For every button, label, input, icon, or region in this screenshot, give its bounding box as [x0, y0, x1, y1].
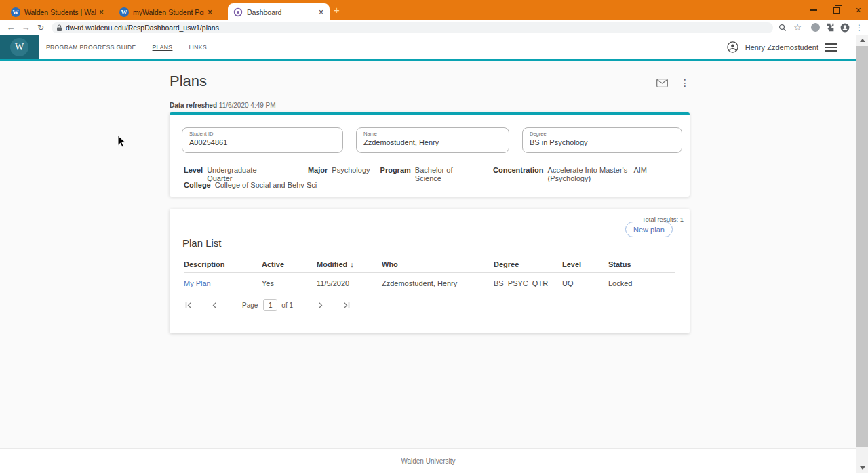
plan-list-heading: Plan List	[182, 237, 222, 249]
plan-table: Description Active Modified↓ Who Degree …	[184, 256, 675, 293]
col-level[interactable]: Level	[562, 260, 608, 268]
data-refreshed-label: Data refreshed	[170, 102, 217, 109]
major-value: Psychology	[332, 166, 370, 174]
user-name: Henry Zzdemostudent	[745, 43, 818, 52]
col-modified[interactable]: Modified↓	[317, 260, 382, 268]
scrollbar-thumb[interactable]	[856, 46, 868, 447]
tab-title: Dashboard	[247, 8, 315, 16]
student-degree-label: Degree	[530, 131, 675, 137]
walden-logo[interactable]: W	[0, 35, 39, 59]
college-label: College	[184, 181, 211, 189]
data-refreshed-value: 11/6/2020 4:49 PM	[219, 102, 276, 109]
dashboard-favicon-icon	[233, 7, 243, 17]
forward-icon[interactable]: →	[20, 20, 31, 35]
scrollbar-down-icon[interactable]	[856, 463, 868, 473]
window-minimize-button[interactable]	[810, 9, 817, 11]
first-page-icon[interactable]	[185, 302, 193, 309]
plan-degree-cell: BS_PSYC_QTR	[494, 279, 562, 287]
back-icon[interactable]: ←	[5, 20, 16, 35]
nav-item-links[interactable]: LINKS	[189, 44, 207, 51]
major-label: Major	[308, 166, 328, 174]
walden-favicon-icon: W	[11, 7, 20, 17]
student-name-field[interactable]: Name Zzdemostudent, Henry	[356, 127, 509, 153]
browser-titlebar: W Walden Students | Walden Unive × W myW…	[0, 0, 868, 20]
level-label: Level	[184, 166, 203, 174]
college-value: College of Social and Behv Sci	[215, 181, 317, 189]
browser-tab-walden-students[interactable]: W Walden Students | Walden Unive ×	[5, 3, 110, 20]
col-active[interactable]: Active	[262, 260, 317, 268]
page-label: Page	[242, 302, 258, 309]
page-menu-kebab-icon[interactable]: ⋮	[680, 77, 690, 88]
mouse-cursor	[117, 135, 126, 150]
search-icon[interactable]	[777, 20, 788, 35]
profile-avatar-icon[interactable]	[840, 20, 850, 35]
nav-item-program-progress-guide[interactable]: PROGRAM PROGRESS GUIDE	[46, 44, 136, 51]
student-name-value: Zzdemostudent, Henry	[363, 138, 502, 146]
next-page-icon[interactable]	[317, 302, 323, 309]
bookmark-star-icon[interactable]: ☆	[792, 20, 803, 35]
window-restore-button[interactable]	[833, 7, 840, 14]
plan-description-link[interactable]: My Plan	[184, 279, 262, 287]
student-id-value: A00254861	[189, 138, 336, 146]
url-omnibox[interactable]: dw-rd.waldenu.edu/RespDashboard_usw1/pla…	[52, 22, 773, 33]
nav-item-plans[interactable]: PLANS	[153, 44, 173, 51]
tab-close-icon[interactable]: ×	[98, 8, 104, 16]
program-label: Program	[380, 166, 411, 174]
page-title: Plans	[170, 73, 207, 90]
user-menu[interactable]: Henry Zzdemostudent	[727, 35, 837, 59]
page-number-input[interactable]	[263, 299, 277, 311]
level-value: Undergraduate Quarter	[207, 166, 283, 182]
student-degree-value: BS in Psychology	[530, 138, 675, 146]
extensions-puzzle-icon[interactable]	[825, 20, 835, 35]
footer-text: Walden University	[401, 457, 455, 465]
tab-title: Walden Students | Walden Unive	[24, 8, 96, 16]
data-refreshed: Data refreshed 11/6/2020 4:49 PM	[170, 102, 276, 109]
student-id-label: Student ID	[189, 131, 336, 137]
reload-icon[interactable]: ↻	[35, 20, 46, 35]
pagination: Page of 1	[184, 295, 675, 315]
student-id-field[interactable]: Student ID A00254861	[182, 127, 343, 153]
browser-menu-kebab-icon[interactable]: ⋮	[854, 20, 864, 35]
walden-favicon-icon: W	[119, 7, 129, 17]
tab-close-icon[interactable]: ×	[318, 8, 324, 16]
previous-page-icon[interactable]	[212, 302, 218, 309]
plan-modified-cell: 11/5/2020	[317, 279, 382, 287]
browser-tab-dashboard-active[interactable]: Dashboard ×	[228, 3, 330, 20]
col-who[interactable]: Who	[382, 260, 494, 268]
browser-addressbar: ← → ↻ dw-rd.waldenu.edu/RespDashboard_us…	[0, 20, 868, 35]
total-results: Total results: 1	[642, 215, 684, 223]
col-status[interactable]: Status	[608, 260, 675, 268]
col-degree[interactable]: Degree	[494, 260, 562, 268]
hamburger-menu-icon[interactable]	[825, 43, 837, 52]
person-icon	[727, 41, 738, 53]
extension-badge-icon[interactable]	[810, 20, 821, 35]
email-icon[interactable]	[656, 79, 668, 87]
concentration-value: Accelerate Into Master's - AIM (Psycholo…	[548, 166, 690, 182]
student-name-label: Name	[363, 131, 502, 137]
vertical-scrollbar[interactable]	[856, 35, 868, 473]
new-plan-button[interactable]: New plan	[625, 222, 673, 237]
browser-tab-mywalden-portal[interactable]: W myWalden Student Portal ×	[114, 3, 218, 20]
student-info-card: Student ID A00254861 Name Zzdemostudent,…	[170, 112, 690, 197]
student-degree-field[interactable]: Degree BS in Psychology	[522, 127, 682, 153]
plan-who-cell: Zzdemostudent, Henry	[382, 279, 494, 287]
plan-status-cell: Locked	[608, 279, 675, 287]
plan-level-cell: UQ	[562, 279, 608, 287]
col-description[interactable]: Description	[184, 260, 262, 268]
last-page-icon[interactable]	[342, 302, 350, 309]
url-text: dw-rd.waldenu.edu/RespDashboard_usw1/pla…	[66, 24, 219, 32]
scrollbar-up-icon[interactable]	[856, 35, 868, 45]
sort-desc-icon: ↓	[350, 260, 354, 268]
tab-close-icon[interactable]: ×	[207, 8, 213, 16]
program-value: Bachelor of Science	[415, 166, 480, 182]
plan-list-card: New plan Plan List Description Active Mo…	[170, 209, 690, 333]
lock-icon	[56, 24, 62, 32]
tab-divider	[111, 7, 111, 16]
concentration-label: Concentration	[493, 166, 544, 174]
page-of-label: of 1	[281, 302, 293, 309]
new-tab-button[interactable]: +	[334, 4, 340, 16]
walden-logo-icon: W	[10, 38, 28, 56]
app-navbar: W PROGRAM PROGRESS GUIDE PLANS LINKS Hen…	[0, 35, 856, 61]
table-row: My Plan Yes 11/5/2020 Zzdemostudent, Hen…	[184, 273, 675, 293]
window-close-button[interactable]: ×	[856, 5, 861, 15]
